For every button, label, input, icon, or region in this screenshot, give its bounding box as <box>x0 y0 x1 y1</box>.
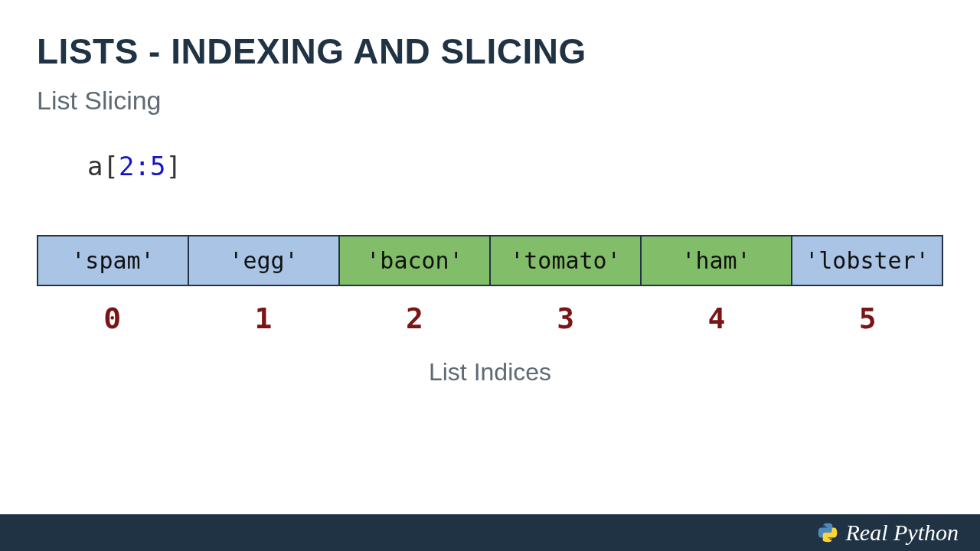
index-label: 5 <box>792 302 943 335</box>
list-indices-row: 012345 <box>37 302 943 335</box>
code-slice-arg: 2:5 <box>119 151 165 181</box>
python-logo-icon <box>817 522 838 543</box>
code-var: a <box>87 151 103 181</box>
footer-bar: Real Python <box>0 514 980 551</box>
page-title: LISTS - INDEXING AND SLICING <box>37 31 943 72</box>
list-cells-row: 'spam''egg''bacon''tomato''ham''lobster' <box>37 235 943 286</box>
code-open-bracket: [ <box>103 151 118 181</box>
index-label: 1 <box>188 302 338 335</box>
index-label: 2 <box>339 302 490 335</box>
indices-caption: List Indices <box>37 358 943 386</box>
index-label: 4 <box>641 302 792 335</box>
brand-text: Real Python <box>846 520 959 546</box>
list-cell: 'egg' <box>189 235 340 286</box>
list-cell: 'tomato' <box>491 235 642 286</box>
list-cell: 'lobster' <box>792 235 943 286</box>
index-label: 3 <box>490 302 641 335</box>
slice-expression: a[2:5] <box>87 151 943 181</box>
code-close-bracket: ] <box>165 151 181 181</box>
list-cell: 'spam' <box>37 235 189 286</box>
list-cell: 'bacon' <box>340 235 491 286</box>
brand: Real Python <box>817 520 959 546</box>
list-cell: 'ham' <box>642 235 792 286</box>
subtitle: List Slicing <box>37 86 943 116</box>
index-label: 0 <box>37 302 188 335</box>
